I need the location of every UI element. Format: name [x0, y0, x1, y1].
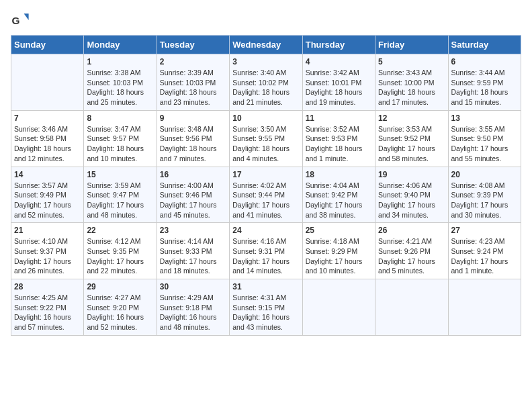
cell-content: Sunrise: 3:42 AM Sunset: 10:01 PM Daylig… [306, 68, 372, 107]
calendar-cell: 12Sunrise: 3:53 AM Sunset: 9:52 PM Dayli… [375, 110, 448, 167]
day-number: 17 [232, 170, 299, 179]
cell-content: Sunrise: 4:12 AM Sunset: 9:35 PM Dayligh… [87, 236, 153, 276]
day-number: 8 [87, 113, 153, 123]
cell-content: Sunrise: 4:18 AM Sunset: 9:29 PM Dayligh… [306, 236, 372, 276]
calendar-cell: 7Sunrise: 3:46 AM Sunset: 9:58 PM Daylig… [11, 110, 84, 167]
calendar-cell: 19Sunrise: 4:06 AM Sunset: 9:40 PM Dayli… [375, 167, 448, 223]
day-number: 2 [160, 57, 226, 66]
calendar-cell: 4Sunrise: 3:42 AM Sunset: 10:01 PM Dayli… [302, 54, 375, 111]
day-number: 4 [306, 57, 372, 66]
day-number: 25 [306, 226, 372, 235]
cell-content: Sunrise: 3:43 AM Sunset: 10:00 PM Daylig… [378, 68, 445, 107]
day-number: 14 [14, 170, 81, 179]
calendar-cell: 30Sunrise: 4:29 AM Sunset: 9:18 PM Dayli… [157, 279, 229, 336]
cell-content: Sunrise: 3:53 AM Sunset: 9:52 PM Dayligh… [378, 124, 445, 164]
calendar-cell: 2Sunrise: 3:39 AM Sunset: 10:03 PM Dayli… [157, 54, 229, 111]
calendar-cell: 20Sunrise: 4:08 AM Sunset: 9:39 PM Dayli… [448, 167, 521, 223]
day-number: 21 [14, 226, 81, 235]
day-number: 13 [451, 113, 518, 123]
cell-content: Sunrise: 3:55 AM Sunset: 9:50 PM Dayligh… [451, 124, 518, 164]
day-number: 20 [451, 170, 518, 179]
svg-text:G: G [11, 15, 19, 26]
cell-content: Sunrise: 4:29 AM Sunset: 9:18 PM Dayligh… [160, 293, 226, 332]
calendar-cell: 9Sunrise: 3:48 AM Sunset: 9:56 PM Daylig… [157, 110, 229, 167]
day-number: 22 [87, 226, 153, 235]
day-number: 11 [306, 113, 372, 123]
calendar-row: 7Sunrise: 3:46 AM Sunset: 9:58 PM Daylig… [11, 110, 521, 167]
cell-content: Sunrise: 3:40 AM Sunset: 10:02 PM Daylig… [232, 68, 299, 107]
cell-content: Sunrise: 4:00 AM Sunset: 9:46 PM Dayligh… [160, 181, 226, 220]
calendar-cell: 22Sunrise: 4:12 AM Sunset: 9:35 PM Dayli… [84, 223, 157, 279]
calendar-cell: 24Sunrise: 4:16 AM Sunset: 9:31 PM Dayli… [230, 223, 302, 279]
calendar-row: 28Sunrise: 4:25 AM Sunset: 9:22 PM Dayli… [11, 279, 521, 336]
calendar-cell: 13Sunrise: 3:55 AM Sunset: 9:50 PM Dayli… [448, 110, 521, 167]
calendar-cell: 3Sunrise: 3:40 AM Sunset: 10:02 PM Dayli… [230, 54, 302, 111]
header-cell-saturday: Saturday [448, 36, 521, 54]
cell-content: Sunrise: 3:39 AM Sunset: 10:03 PM Daylig… [160, 68, 226, 107]
calendar-cell: 10Sunrise: 3:50 AM Sunset: 9:55 PM Dayli… [230, 110, 302, 167]
cell-content: Sunrise: 3:50 AM Sunset: 9:55 PM Dayligh… [232, 124, 299, 164]
logo-icon: G [11, 11, 30, 30]
cell-content: Sunrise: 4:08 AM Sunset: 9:39 PM Dayligh… [451, 181, 518, 220]
cell-content: Sunrise: 4:23 AM Sunset: 9:24 PM Dayligh… [451, 236, 518, 276]
day-number: 31 [232, 282, 299, 291]
day-number: 1 [87, 57, 153, 66]
cell-content: Sunrise: 4:14 AM Sunset: 9:33 PM Dayligh… [160, 236, 226, 276]
day-number: 16 [160, 170, 226, 179]
cell-content: Sunrise: 3:46 AM Sunset: 9:58 PM Dayligh… [14, 124, 81, 164]
calendar-cell [11, 54, 84, 111]
day-number: 29 [87, 282, 153, 291]
calendar-body: 1Sunrise: 3:38 AM Sunset: 10:03 PM Dayli… [11, 54, 521, 336]
day-number: 24 [232, 226, 299, 235]
calendar-cell: 8Sunrise: 3:47 AM Sunset: 9:57 PM Daylig… [84, 110, 157, 167]
calendar-cell: 6Sunrise: 3:44 AM Sunset: 9:59 PM Daylig… [448, 54, 521, 111]
calendar-cell: 16Sunrise: 4:00 AM Sunset: 9:46 PM Dayli… [157, 167, 229, 223]
cell-content: Sunrise: 4:10 AM Sunset: 9:37 PM Dayligh… [14, 236, 81, 276]
header: G [11, 11, 521, 30]
calendar-cell: 29Sunrise: 4:27 AM Sunset: 9:20 PM Dayli… [84, 279, 157, 336]
calendar-cell: 18Sunrise: 4:04 AM Sunset: 9:42 PM Dayli… [302, 167, 375, 223]
calendar-header: SundayMondayTuesdayWednesdayThursdayFrid… [11, 36, 521, 54]
calendar-cell: 26Sunrise: 4:21 AM Sunset: 9:26 PM Dayli… [375, 223, 448, 279]
header-cell-wednesday: Wednesday [230, 36, 302, 54]
day-number: 3 [232, 57, 299, 66]
day-number: 18 [306, 170, 372, 179]
cell-content: Sunrise: 3:48 AM Sunset: 9:56 PM Dayligh… [160, 124, 226, 164]
cell-content: Sunrise: 4:06 AM Sunset: 9:40 PM Dayligh… [378, 181, 445, 220]
cell-content: Sunrise: 3:59 AM Sunset: 9:47 PM Dayligh… [87, 181, 153, 220]
calendar-cell: 28Sunrise: 4:25 AM Sunset: 9:22 PM Dayli… [11, 279, 84, 336]
cell-content: Sunrise: 4:16 AM Sunset: 9:31 PM Dayligh… [232, 236, 299, 276]
day-number: 28 [14, 282, 81, 291]
calendar-cell [448, 279, 521, 336]
calendar-cell: 15Sunrise: 3:59 AM Sunset: 9:47 PM Dayli… [84, 167, 157, 223]
cell-content: Sunrise: 3:52 AM Sunset: 9:53 PM Dayligh… [306, 124, 372, 164]
day-number: 12 [378, 113, 445, 123]
header-cell-monday: Monday [84, 36, 157, 54]
calendar-cell: 27Sunrise: 4:23 AM Sunset: 9:24 PM Dayli… [448, 223, 521, 279]
calendar-cell: 17Sunrise: 4:02 AM Sunset: 9:44 PM Dayli… [230, 167, 302, 223]
day-number: 26 [378, 226, 445, 235]
calendar-cell: 23Sunrise: 4:14 AM Sunset: 9:33 PM Dayli… [157, 223, 229, 279]
day-number: 27 [451, 226, 518, 235]
day-number: 15 [87, 170, 153, 179]
header-cell-tuesday: Tuesday [157, 36, 229, 54]
day-number: 23 [160, 226, 226, 235]
header-cell-thursday: Thursday [302, 36, 375, 54]
calendar-cell [375, 279, 448, 336]
cell-content: Sunrise: 3:57 AM Sunset: 9:49 PM Dayligh… [14, 181, 81, 220]
cell-content: Sunrise: 4:31 AM Sunset: 9:15 PM Dayligh… [232, 293, 299, 332]
calendar-cell: 11Sunrise: 3:52 AM Sunset: 9:53 PM Dayli… [302, 110, 375, 167]
svg-marker-1 [24, 13, 29, 20]
cell-content: Sunrise: 4:21 AM Sunset: 9:26 PM Dayligh… [378, 236, 445, 276]
cell-content: Sunrise: 3:47 AM Sunset: 9:57 PM Dayligh… [87, 124, 153, 164]
day-number: 5 [378, 57, 445, 66]
calendar-cell: 1Sunrise: 3:38 AM Sunset: 10:03 PM Dayli… [84, 54, 157, 111]
cell-content: Sunrise: 3:38 AM Sunset: 10:03 PM Daylig… [87, 68, 153, 107]
header-cell-friday: Friday [375, 36, 448, 54]
calendar-row: 21Sunrise: 4:10 AM Sunset: 9:37 PM Dayli… [11, 223, 521, 279]
calendar-cell: 21Sunrise: 4:10 AM Sunset: 9:37 PM Dayli… [11, 223, 84, 279]
calendar-cell [302, 279, 375, 336]
cell-content: Sunrise: 4:25 AM Sunset: 9:22 PM Dayligh… [14, 293, 81, 332]
day-number: 6 [451, 57, 518, 66]
calendar-cell: 25Sunrise: 4:18 AM Sunset: 9:29 PM Dayli… [302, 223, 375, 279]
